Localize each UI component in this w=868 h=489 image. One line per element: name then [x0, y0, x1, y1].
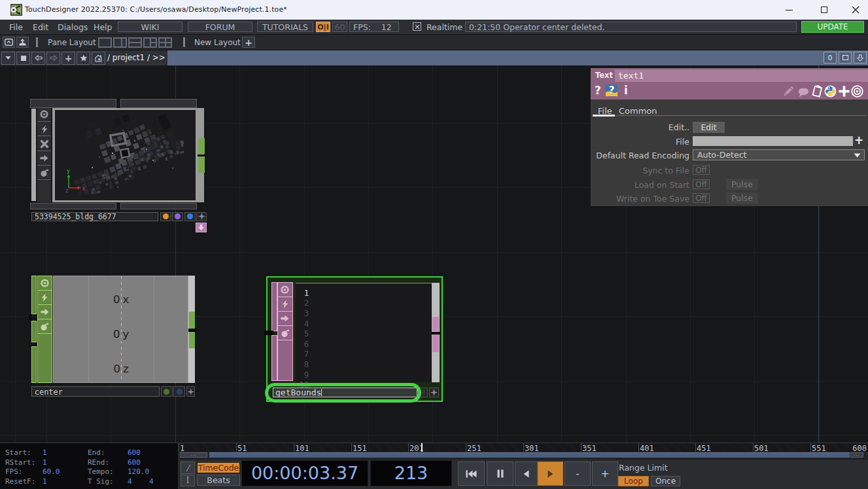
realtime-checkbox[interactable] — [413, 22, 421, 31]
layout-two-columns-button[interactable] — [113, 37, 127, 48]
node-frame-top[interactable] — [30, 99, 117, 108]
new-layout-add-button[interactable]: + — [242, 37, 255, 48]
node-frame-top[interactable] — [120, 99, 197, 108]
play-reverse-button[interactable] — [515, 462, 538, 486]
playhead[interactable] — [421, 443, 423, 452]
add-color-button[interactable] — [186, 386, 196, 397]
forum-button[interactable]: FORUM — [188, 22, 252, 32]
fps-box[interactable]: FPS: 12 — [349, 22, 399, 32]
menu-help[interactable]: Help — [92, 22, 114, 33]
step-back-button[interactable]: - — [564, 462, 591, 486]
wiki-button[interactable]: WIKI — [118, 22, 182, 32]
input-connector[interactable] — [271, 335, 277, 381]
file-input-field[interactable] — [693, 136, 853, 146]
chop-viewer[interactable]: 0 x 0 y 0 z — [53, 276, 188, 383]
stop-button[interactable] — [16, 52, 30, 65]
bypass-flag[interactable] — [37, 137, 52, 151]
info-button[interactable]: i — [624, 84, 628, 97]
edit-button[interactable]: Edit — [693, 122, 725, 133]
display-flag[interactable] — [277, 282, 294, 298]
maximize-pane-button[interactable] — [3, 37, 15, 48]
breadcrumb[interactable]: / project1 / >> — [107, 53, 165, 62]
sync-toggle[interactable]: Off — [693, 165, 710, 175]
expert-mode-icon[interactable] — [782, 86, 794, 98]
add-color-button[interactable] — [429, 388, 439, 397]
param-label-sync[interactable]: Sync to File — [591, 166, 689, 175]
menu-dialogs[interactable]: Dialogs — [56, 22, 89, 33]
node-frame-bottom[interactable] — [30, 203, 117, 209]
render-flag[interactable] — [37, 122, 52, 136]
scroll-handle-box[interactable]: ... — [180, 452, 207, 458]
immune-flag[interactable] — [37, 152, 52, 166]
python-help-button[interactable]: ? — [606, 84, 617, 96]
layout-left-right-split-button[interactable] — [143, 37, 157, 48]
timeline-ruler[interactable]: 1 51 101 151 201 251 301 351 401 451 501… — [179, 443, 868, 452]
pane-type-dropdown[interactable] — [1, 52, 15, 65]
jump-to-start-button[interactable] — [458, 462, 485, 486]
python-expressions-icon[interactable] — [824, 85, 837, 98]
menu-edit[interactable]: Edit — [31, 22, 50, 33]
node-name[interactable]: 53394525_bldg_6677 — [31, 212, 158, 221]
output-connector[interactable] — [198, 138, 205, 154]
bomb-flag[interactable] — [37, 166, 52, 180]
depth-indicator[interactable]: 0 — [824, 52, 837, 63]
node-left-edge[interactable] — [31, 109, 37, 201]
input-connector[interactable] — [31, 346, 37, 383]
output-connector[interactable] — [432, 317, 439, 332]
home-button[interactable] — [92, 52, 105, 65]
immune-flag[interactable] — [277, 311, 294, 327]
geo-viewer[interactable]: y x z — [55, 110, 196, 200]
comment-icon[interactable] — [797, 88, 809, 98]
timecode-mode-button[interactable]: TimeCode — [197, 462, 240, 473]
render-flag[interactable] — [277, 297, 294, 312]
loop-button[interactable]: Loop — [618, 476, 649, 486]
output-connector[interactable] — [189, 332, 195, 348]
help-button[interactable]: ? — [595, 84, 601, 97]
param-label-write[interactable]: Write on Toe Save — [591, 194, 689, 204]
output-connector[interactable] — [198, 156, 205, 173]
tab-common[interactable]: Common — [619, 106, 657, 116]
color-dot-purple[interactable] — [172, 212, 183, 221]
color-dot-blue[interactable] — [184, 212, 196, 221]
slash-button[interactable]: / — [181, 462, 195, 474]
node-name[interactable]: center — [31, 386, 160, 397]
realtime-label[interactable]: Realtime — [425, 22, 464, 33]
encoding-dropdown[interactable]: Auto-Detect — [693, 149, 865, 160]
scroll-handle-box[interactable]: ... — [850, 452, 863, 458]
node-frame-bottom[interactable] — [120, 203, 197, 209]
color-dot-green[interactable] — [161, 386, 173, 397]
output-connector[interactable] — [189, 312, 195, 329]
param-label-edit[interactable]: Edit.. — [591, 122, 689, 132]
color-dot-orange[interactable] — [160, 212, 171, 221]
load-pulse-button[interactable]: Pulse — [726, 179, 758, 190]
midi-oi-indicator[interactable]: O|I — [316, 22, 330, 32]
once-button[interactable]: Once — [651, 476, 680, 486]
color-dot-blue[interactable] — [173, 386, 185, 397]
bomb-flag[interactable] — [37, 319, 53, 335]
pause-button[interactable] — [487, 462, 513, 486]
step-forward-button[interactable]: + — [592, 462, 618, 486]
scroll-bar[interactable] — [209, 452, 850, 458]
add-parameter-icon[interactable] — [838, 85, 850, 98]
minimize-button[interactable] — [774, 0, 804, 20]
update-button[interactable]: UPDATE — [801, 21, 864, 33]
operator-name-field[interactable]: text1 — [615, 69, 868, 82]
maximize-viewer-button[interactable] — [839, 52, 852, 63]
render-flag[interactable] — [37, 290, 53, 306]
layout-single-button[interactable] — [98, 37, 112, 48]
immune-flag[interactable] — [37, 304, 53, 320]
forward-button[interactable] — [46, 52, 60, 65]
dat-viewer[interactable]: 1 2 3 4 5 6 7 8 9 10 — [296, 283, 432, 382]
beats-mode-button[interactable]: Beats — [197, 475, 240, 486]
pulse-monitor-icon[interactable] — [851, 85, 863, 98]
menu-file[interactable]: File — [8, 22, 24, 33]
display-flag[interactable] — [37, 276, 53, 291]
input-connector[interactable] — [31, 321, 37, 342]
output-connector[interactable] — [432, 335, 439, 352]
collapse-button[interactable] — [854, 52, 867, 63]
load-toggle[interactable]: Off — [693, 179, 710, 189]
play-forward-button[interactable] — [538, 462, 563, 486]
write-pulse-button[interactable]: Pulse — [726, 192, 758, 204]
add-pane-button[interactable]: + — [61, 52, 75, 65]
maximize-button[interactable] — [809, 0, 839, 20]
